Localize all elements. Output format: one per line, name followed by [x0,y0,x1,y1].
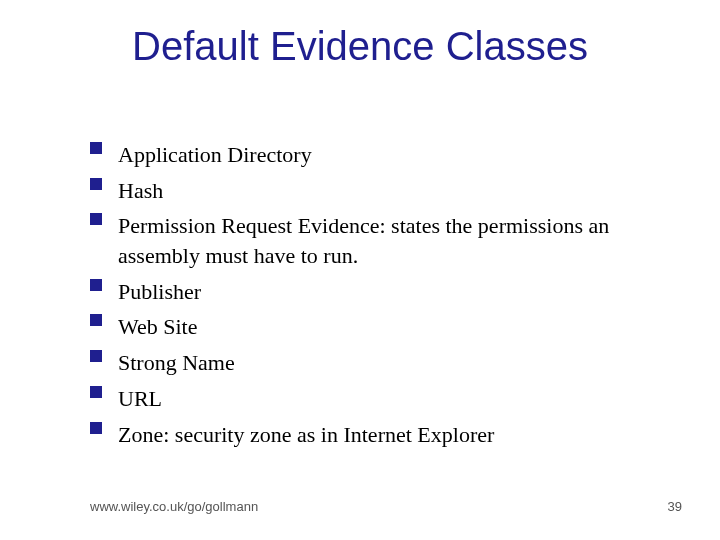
square-bullet-icon [90,213,102,225]
list-item: Hash [90,176,660,206]
square-bullet-icon [90,314,102,326]
list-item-text: Application Directory [118,142,312,167]
list-item: Application Directory [90,140,660,170]
square-bullet-icon [90,422,102,434]
slide-body: Application Directory Hash Permission Re… [90,140,660,455]
list-item: Publisher [90,277,660,307]
list-item: URL [90,384,660,414]
list-item-text: Permission Request Evidence: states the … [118,213,609,268]
list-item-text: Web Site [118,314,198,339]
slide: Default Evidence Classes Application Dir… [0,0,720,540]
slide-title: Default Evidence Classes [0,24,720,69]
square-bullet-icon [90,386,102,398]
list-item-text: Zone: security zone as in Internet Explo… [118,422,494,447]
list-item-text: URL [118,386,162,411]
square-bullet-icon [90,142,102,154]
list-item-text: Strong Name [118,350,235,375]
square-bullet-icon [90,279,102,291]
footer-url: www.wiley.co.uk/go/gollmann [90,499,258,514]
list-item-text: Publisher [118,279,201,304]
list-item: Strong Name [90,348,660,378]
slide-number: 39 [668,499,682,514]
list-item: Web Site [90,312,660,342]
list-item: Permission Request Evidence: states the … [90,211,660,270]
square-bullet-icon [90,178,102,190]
bullet-list: Application Directory Hash Permission Re… [90,140,660,449]
list-item-text: Hash [118,178,163,203]
square-bullet-icon [90,350,102,362]
list-item: Zone: security zone as in Internet Explo… [90,420,660,450]
